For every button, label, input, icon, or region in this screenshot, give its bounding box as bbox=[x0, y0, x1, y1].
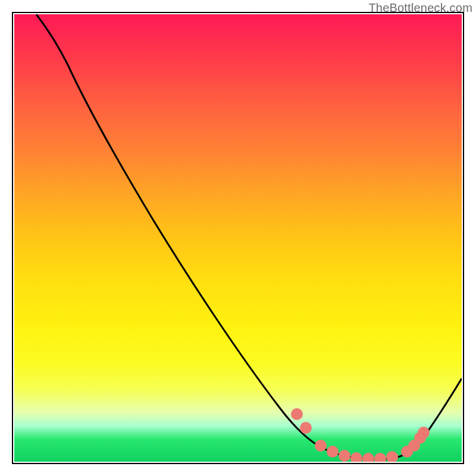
svg-point-4 bbox=[339, 450, 350, 462]
svg-point-7 bbox=[374, 453, 386, 462]
svg-point-3 bbox=[327, 446, 339, 458]
svg-point-5 bbox=[350, 452, 362, 462]
svg-point-6 bbox=[362, 453, 374, 462]
svg-point-2 bbox=[315, 440, 327, 452]
chart-container: TheBottleneck.com bbox=[0, 0, 476, 476]
svg-point-12 bbox=[418, 427, 430, 439]
svg-point-1 bbox=[300, 422, 312, 434]
plot-area bbox=[14, 14, 462, 462]
svg-point-0 bbox=[291, 408, 303, 420]
curve-markers bbox=[291, 408, 430, 462]
svg-point-8 bbox=[386, 451, 398, 462]
chart-svg bbox=[14, 14, 462, 462]
bottleneck-curve bbox=[36, 14, 462, 459]
watermark-text: TheBottleneck.com bbox=[368, 1, 472, 15]
